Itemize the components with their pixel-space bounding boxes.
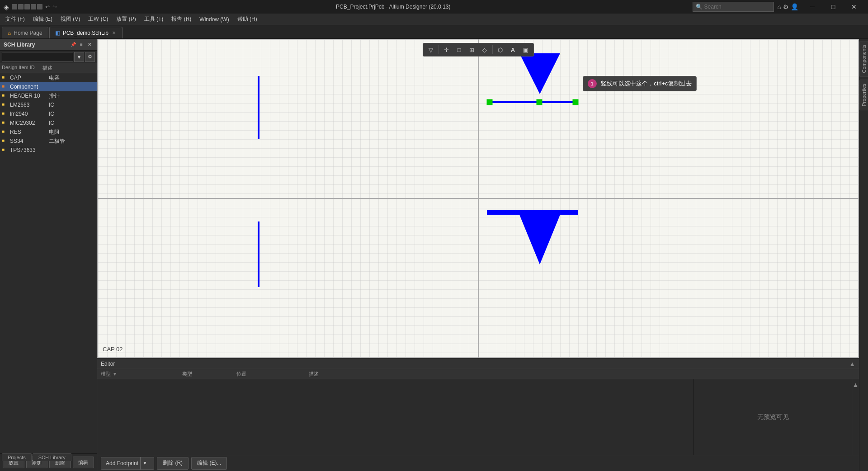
sch-tab-icon: ◧: [55, 30, 60, 36]
panel-header-controls: 📌 ≡ ✕: [70, 41, 93, 48]
menu-place[interactable]: 放置 (P): [113, 14, 139, 24]
window-controls: ─ □ ✕: [802, 0, 864, 14]
main-layout: SCH Library 📌 ≡ ✕ ▼ ⚙ Design Item ID 描述 …: [0, 39, 868, 471]
add-toolbar-btn[interactable]: ✛: [441, 44, 453, 55]
editor-left: [97, 379, 693, 455]
no-preview-text: 无预览可见: [757, 413, 789, 421]
redo-icon[interactable]: ↪: [52, 4, 57, 10]
home-icon[interactable]: ⌂: [778, 3, 781, 10]
delete-footprint-button[interactable]: 删除 (R): [157, 457, 189, 470]
model-col-header: 模型 ▼: [101, 371, 182, 377]
mic29302-id: MIC29302: [10, 120, 49, 126]
tab-home[interactable]: ⌂ Home Page: [2, 27, 48, 38]
add-footprint-dropdown-arrow[interactable]: ▼: [140, 457, 149, 470]
tooltip-number: 1: [588, 79, 597, 88]
window-title: PCB_Project.PrjPcb - Altium Designer (20…: [94, 4, 693, 10]
lib-row-header10[interactable]: ■ HEADER 10 排针: [0, 91, 97, 100]
lib-row-res[interactable]: ■ RES 电阻: [0, 127, 97, 137]
maximize-button[interactable]: □: [823, 0, 844, 14]
menu-tools[interactable]: 工具 (T): [141, 14, 167, 24]
toolbar-icon-3: [24, 4, 30, 9]
lib-row-ss34[interactable]: ■ SS34 二极管: [0, 137, 97, 146]
close-button[interactable]: ✕: [844, 0, 864, 14]
bottom-left-svg: [98, 199, 478, 357]
menu-report[interactable]: 报告 (R): [168, 14, 195, 24]
bottom-right-svg: [479, 199, 859, 357]
tps73633-id: TPS73633: [10, 147, 49, 153]
canvas-area: ▽ ✛ □ ⊞ ◇ ⬡ A ▣: [97, 39, 859, 358]
menu-project[interactable]: 工程 (C): [85, 14, 112, 24]
lib-row-lm2663[interactable]: ■ LM2663 IC: [0, 100, 97, 109]
text-toolbar-btn[interactable]: A: [507, 44, 519, 55]
menu-view[interactable]: 视图 (V): [57, 14, 84, 24]
lib-row-mic29302[interactable]: ■ MIC29302 IC: [0, 118, 97, 127]
top-left-svg: [98, 40, 478, 198]
editor-header: Editor ▲: [97, 358, 859, 369]
filter-action-button[interactable]: ⚙: [85, 52, 95, 62]
lm2940-id: lm2940: [10, 111, 49, 117]
undo-icon[interactable]: ↩: [45, 4, 50, 10]
panel-close-icon[interactable]: ✕: [86, 41, 93, 48]
tooltip-text: 竖线可以选中这个，ctrl+c复制过去: [601, 80, 691, 87]
settings-icon[interactable]: ⚙: [783, 3, 789, 10]
grid-toolbar-btn[interactable]: ⊞: [466, 44, 478, 55]
editor-scroll-up[interactable]: ▲: [852, 379, 859, 455]
lib-row-component[interactable]: ■ Component: [0, 82, 97, 91]
tab-schlib-close[interactable]: ✕: [111, 30, 117, 35]
title-bar-right-icons: ⌂ ⚙ 👤: [778, 3, 798, 10]
search-box[interactable]: 🔍: [693, 2, 774, 12]
filter-toolbar-btn[interactable]: ▽: [425, 44, 437, 55]
tab-home-label: Home Page: [14, 30, 42, 36]
filter-options-button[interactable]: ▼: [74, 52, 84, 62]
menu-help[interactable]: 帮助 (H): [234, 14, 261, 24]
rect-toolbar-btn[interactable]: □: [453, 44, 465, 55]
canvas-vertical-divider: [478, 39, 479, 358]
cap-icon: ■: [2, 75, 8, 81]
side-tab-components[interactable]: Components: [859, 41, 868, 77]
type-col-header: 类型: [182, 371, 236, 377]
res-id: RES: [10, 129, 49, 135]
home-tab-icon: ⌂: [8, 30, 11, 36]
tab-projects[interactable]: Projects: [2, 453, 32, 461]
menu-file[interactable]: 文件 (F): [2, 14, 28, 24]
edit-footprint-button[interactable]: 编辑 (E)...: [191, 457, 227, 470]
panel-menu-icon[interactable]: ≡: [78, 41, 85, 48]
lib-row-cap[interactable]: ■ CAP 电容: [0, 73, 97, 82]
add-footprint-button[interactable]: Add Footprint ▼: [101, 457, 154, 470]
res-icon: ■: [2, 129, 8, 135]
canvas-top-left: [98, 39, 478, 198]
canvas-tooltip: 1 竖线可以选中这个，ctrl+c复制过去: [583, 76, 697, 91]
header10-icon: ■: [2, 93, 8, 99]
user-icon[interactable]: 👤: [791, 3, 798, 10]
tab-bar: ⌂ Home Page ◧ PCB_demo.SchLib ✕: [0, 25, 868, 39]
polygon-toolbar-btn[interactable]: ⬡: [495, 44, 506, 55]
tab-schlib[interactable]: ◧ PCB_demo.SchLib ✕: [49, 27, 123, 38]
tab-sch-library[interactable]: SCH Library: [33, 453, 71, 461]
toolbar-icon-1: [12, 4, 17, 9]
pos-col-header: 位置: [236, 371, 309, 377]
mic29302-desc: IC: [49, 120, 95, 126]
side-tab-properties[interactable]: Properties: [859, 80, 868, 110]
canvas-bottom-left: CAP 02: [98, 198, 478, 358]
add-footprint-label: Add Footprint: [106, 460, 138, 466]
editor-collapse-icon[interactable]: ▲: [849, 360, 855, 367]
shape-toolbar-btn[interactable]: ◇: [479, 44, 491, 55]
cap-desc: 电容: [49, 74, 95, 82]
lib-row-tps73633[interactable]: ■ TPS73633: [0, 146, 97, 155]
lm2663-id: LM2663: [10, 102, 49, 108]
menu-window[interactable]: Window (W): [196, 15, 232, 24]
top-right-svg: [479, 40, 859, 198]
panel-pin-icon[interactable]: 📌: [70, 41, 77, 48]
canvas-toolbar: ▽ ✛ □ ⊞ ◇ ⬡ A ▣: [423, 43, 534, 57]
photo-toolbar-btn[interactable]: ▣: [520, 44, 532, 55]
sch-library-title: SCH Library: [4, 42, 35, 48]
filter-input[interactable]: [2, 52, 73, 62]
search-input[interactable]: [704, 4, 768, 10]
lib-row-lm2940[interactable]: ■ lm2940 IC: [0, 109, 97, 118]
minimize-button[interactable]: ─: [802, 0, 823, 14]
menu-bar: 文件 (F) 编辑 (E) 视图 (V) 工程 (C) 放置 (P) 工具 (T…: [0, 14, 868, 25]
menu-edit[interactable]: 编辑 (E): [29, 14, 56, 24]
edit-button[interactable]: 编辑: [73, 457, 94, 468]
ss34-desc: 二极管: [49, 137, 95, 145]
model-sort-icon[interactable]: ▼: [113, 372, 117, 377]
